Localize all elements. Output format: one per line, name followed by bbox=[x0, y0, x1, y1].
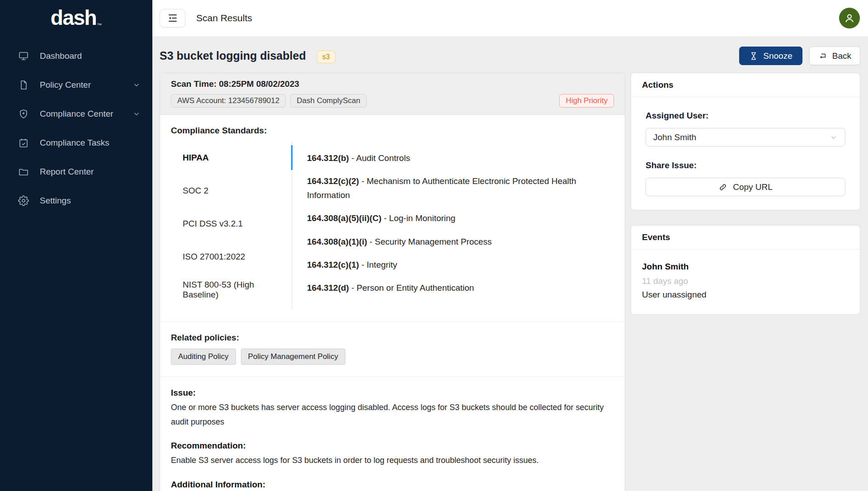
actions-card: Actions Assigned User: John Smith Share … bbox=[631, 73, 860, 210]
return-arrow-icon bbox=[818, 52, 827, 61]
menu-fold-icon bbox=[167, 12, 179, 24]
dash-logo: dash™ bbox=[0, 7, 152, 28]
shield-icon bbox=[18, 109, 29, 119]
event-timestamp: 11 days ago bbox=[642, 276, 849, 286]
monitor-icon bbox=[18, 51, 29, 61]
control-item: 164.312(d) - Person or Entity Authentica… bbox=[307, 281, 614, 295]
scan-badges: AWS Account: 123456789012 Dash ComplySca… bbox=[171, 94, 367, 108]
header-actions: Snooze Back bbox=[739, 47, 860, 65]
actions-card-title: Actions bbox=[631, 73, 860, 97]
scan-meta: Scan Time: 08:25PM 08/02/2023 AWS Accoun… bbox=[171, 79, 367, 108]
issue-label: Issue: bbox=[171, 388, 614, 398]
actions-card-body: Assigned User: John Smith Share Issue: C… bbox=[631, 97, 860, 210]
sidebar-item-label: Policy Center bbox=[40, 80, 91, 90]
control-item: 164.308(a)(5)(ii)(C) - Log-in Monitoring bbox=[307, 212, 614, 225]
active-tab-indicator bbox=[291, 145, 292, 170]
scan-source-badge: Dash ComplyScan bbox=[290, 94, 367, 108]
page-header: S3 bucket logging disabled s3 Snooze Bac… bbox=[160, 47, 860, 65]
assigned-user-label: Assigned User: bbox=[646, 111, 845, 121]
sidebar-item-policy-center[interactable]: Policy Center bbox=[0, 71, 152, 99]
control-item: 164.312(c)(1) - Integrity bbox=[307, 258, 614, 272]
user-icon bbox=[843, 12, 856, 24]
tab-nist-800-53[interactable]: NIST 800-53 (High Baseline) bbox=[171, 273, 292, 306]
related-policies-label: Related policies: bbox=[171, 333, 614, 343]
sidebar-item-compliance-tasks[interactable]: Compliance Tasks bbox=[0, 128, 152, 157]
policy-button-policy-management[interactable]: Policy Management Policy bbox=[241, 349, 345, 365]
control-item: 164.312(c)(2) - Mechanism to Authenticat… bbox=[307, 175, 614, 202]
sidebar: dash™ Dashboard Policy Center Compliance… bbox=[0, 0, 152, 491]
chevron-down-icon bbox=[132, 110, 141, 118]
chevron-down-icon bbox=[132, 81, 141, 89]
sidebar-item-compliance-center[interactable]: Compliance Center bbox=[0, 99, 152, 128]
additional-info-label: Additional Information: bbox=[171, 480, 614, 490]
events-card: Events John Smith 11 days ago User unass… bbox=[631, 225, 860, 315]
control-item: 164.308(a)(1)(i) - Security Management P… bbox=[307, 235, 614, 249]
gear-icon bbox=[18, 195, 29, 206]
snooze-button[interactable]: Snooze bbox=[739, 47, 802, 65]
chevron-down-icon bbox=[830, 133, 838, 142]
assigned-user-value: John Smith bbox=[653, 132, 696, 142]
assigned-user-select[interactable]: John Smith bbox=[646, 128, 845, 146]
event-action: User unassigned bbox=[642, 290, 849, 300]
service-tag: s3 bbox=[317, 51, 335, 63]
back-button[interactable]: Back bbox=[809, 47, 860, 65]
page-title: S3 bucket logging disabled bbox=[160, 49, 306, 62]
scan-card-header: Scan Time: 08:25PM 08/02/2023 AWS Accoun… bbox=[160, 73, 625, 115]
sidebar-item-dashboard[interactable]: Dashboard bbox=[0, 42, 152, 71]
hourglass-icon bbox=[749, 52, 758, 61]
standards-label: Compliance Standards: bbox=[171, 126, 614, 136]
issue-text: One or more S3 buckets has server access… bbox=[171, 401, 614, 429]
sidebar-item-label: Compliance Center bbox=[40, 109, 113, 119]
policy-button-auditing[interactable]: Auditing Policy bbox=[171, 349, 236, 365]
sidebar-nav: Dashboard Policy Center Compliance Cente… bbox=[0, 42, 152, 215]
tab-hipaa[interactable]: HIPAA bbox=[171, 141, 292, 174]
app: dash™ Dashboard Policy Center Compliance… bbox=[0, 0, 868, 491]
share-issue-label: Share Issue: bbox=[646, 161, 845, 170]
tab-soc2[interactable]: SOC 2 bbox=[171, 174, 292, 207]
columns: Scan Time: 08:25PM 08/02/2023 AWS Accoun… bbox=[160, 73, 860, 491]
related-policies-row: Auditing Policy Policy Management Policy bbox=[171, 349, 614, 365]
main-area: Scan Results S3 bucket logging disabled … bbox=[152, 0, 868, 491]
right-column: Actions Assigned User: John Smith Share … bbox=[631, 73, 860, 315]
standards-tabs-panel: HIPAA SOC 2 PCI DSS v3.2.1 ISO 27001:202… bbox=[171, 141, 614, 310]
copy-url-button[interactable]: Copy URL bbox=[646, 178, 845, 196]
priority-badge: High Priority bbox=[559, 94, 614, 108]
sidebar-collapse-button[interactable] bbox=[160, 9, 185, 28]
control-item: 164.312(b) - Audit Controls bbox=[307, 151, 614, 165]
sidebar-item-settings[interactable]: Settings bbox=[0, 186, 152, 215]
recommendation-text: Enable S3 server access logs for S3 buck… bbox=[171, 453, 614, 468]
tab-pci-dss[interactable]: PCI DSS v3.2.1 bbox=[171, 207, 292, 240]
events-card-title: Events bbox=[631, 226, 860, 250]
sidebar-item-label: Report Center bbox=[40, 167, 94, 177]
sidebar-item-label: Dashboard bbox=[40, 51, 82, 61]
tab-iso-27001[interactable]: ISO 27001:2022 bbox=[171, 240, 292, 273]
recommendation-label: Recommendation: bbox=[171, 441, 614, 451]
aws-account-badge: AWS Account: 123456789012 bbox=[171, 94, 286, 108]
events-card-body: John Smith 11 days ago User unassigned bbox=[631, 250, 860, 314]
sidebar-item-label: Settings bbox=[40, 196, 71, 206]
related-policies-section: Related policies: Auditing Policy Policy… bbox=[160, 322, 625, 377]
standards-section: Compliance Standards: HIPAA SOC 2 PCI DS… bbox=[160, 115, 625, 321]
folder-icon bbox=[18, 166, 29, 177]
standards-tab-list: HIPAA SOC 2 PCI DSS v3.2.1 ISO 27001:202… bbox=[171, 141, 292, 310]
calendar-check-icon bbox=[18, 137, 29, 148]
scan-time: Scan Time: 08:25PM 08/02/2023 bbox=[171, 79, 367, 89]
event-entry: John Smith 11 days ago User unassigned bbox=[642, 262, 849, 300]
event-user: John Smith bbox=[642, 262, 849, 272]
topbar: Scan Results bbox=[152, 0, 868, 36]
scan-result-card: Scan Time: 08:25PM 08/02/2023 AWS Accoun… bbox=[160, 73, 625, 491]
sidebar-item-report-center[interactable]: Report Center bbox=[0, 157, 152, 186]
page-breadcrumb-title: Scan Results bbox=[196, 13, 252, 24]
controls-list: 164.312(b) - Audit Controls 164.312(c)(2… bbox=[292, 141, 614, 310]
link-icon bbox=[718, 183, 727, 192]
sidebar-item-label: Compliance Tasks bbox=[40, 138, 109, 148]
user-avatar[interactable] bbox=[839, 8, 860, 28]
file-icon bbox=[18, 80, 29, 90]
trademark-mark: ™ bbox=[97, 22, 102, 28]
issue-section: Issue: One or more S3 buckets has server… bbox=[160, 377, 625, 491]
content: S3 bucket logging disabled s3 Snooze Bac… bbox=[152, 36, 868, 491]
